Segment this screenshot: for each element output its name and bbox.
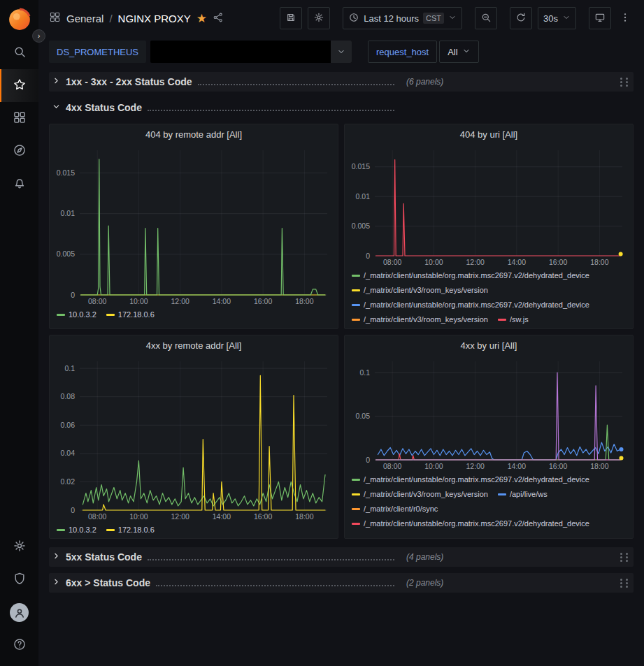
svg-text:16:00: 16:00 (549, 462, 567, 470)
svg-text:0.08: 0.08 (61, 392, 76, 400)
legend-item[interactable]: /_matrix/client/unstable/org.matrix.msc2… (352, 472, 589, 487)
dashboard-row-4xx[interactable]: 4xx Status Code (49, 98, 634, 117)
sidebar-item-starred[interactable] (0, 69, 38, 102)
variable-label-ds-prometheus[interactable]: DS_PROMETHEUS (49, 41, 146, 63)
grafana-logo-icon[interactable] (7, 7, 32, 32)
share-button[interactable] (213, 12, 224, 25)
cycle-view-button[interactable] (589, 7, 611, 29)
sidebar-item-alerting[interactable] (0, 168, 38, 201)
panel-title[interactable]: 404 by remote addr [All] (50, 124, 338, 144)
variable-label-request-host[interactable]: request_host (368, 41, 437, 63)
save-dashboard-button[interactable] (280, 7, 302, 29)
row-drag-handle[interactable] (620, 76, 629, 87)
svg-text:0.1: 0.1 (64, 364, 75, 372)
legend-label: /_matrix/client/v3/room_keys/version (364, 312, 488, 327)
legend-item[interactable]: /_matrix/client/r0/sync (352, 502, 438, 516)
chevron-down-icon (462, 47, 471, 57)
chart-404-by-remote-addr[interactable]: 08:0010:0012:0014:0016:0018:0000.0050.01… (50, 144, 337, 306)
svg-text:0: 0 (366, 456, 370, 464)
gear-icon (13, 539, 27, 556)
panel-title[interactable]: 4xx by remote addr [All] (50, 335, 338, 355)
svg-text:12:00: 12:00 (171, 297, 189, 305)
legend-swatch-icon (106, 529, 115, 531)
legend-item[interactable]: 172.18.0.6 (106, 523, 155, 537)
svg-text:0.015: 0.015 (57, 168, 75, 177)
row-drag-handle[interactable] (620, 577, 629, 588)
legend-item[interactable]: /_matrix/client/unstable/org.matrix.msc2… (352, 268, 589, 283)
breadcrumb-folder[interactable]: General (66, 13, 103, 24)
kebab-menu-button[interactable] (617, 7, 634, 29)
refresh-button[interactable] (510, 7, 532, 29)
sidebar-item-explore[interactable] (0, 135, 38, 168)
svg-text:08:00: 08:00 (383, 258, 401, 266)
legend-item[interactable]: /_matrix/client/unstable/org.matrix.msc2… (352, 298, 589, 312)
template-variables-row: DS_PROMETHEUS request_host All (38, 36, 644, 67)
svg-text:0.005: 0.005 (57, 249, 75, 258)
dashboard-row-5xx[interactable]: 5xx Status Code (4 panels) (49, 547, 634, 567)
legend-label: 10.0.3.2 (69, 523, 96, 537)
zoom-out-button[interactable] (475, 7, 497, 29)
svg-text:0.1: 0.1 (359, 368, 370, 377)
legend-item[interactable]: 172.18.0.6 (106, 307, 155, 322)
dashboard-body: 1xx - 3xx - 2xx Status Code (6 panels) 4… (38, 67, 644, 666)
sidebar-item-search[interactable] (0, 36, 38, 69)
sidebar-item-configuration[interactable] (0, 530, 38, 563)
legend-label: 10.0.3.2 (69, 307, 96, 322)
request-host-value: All (448, 47, 457, 57)
breadcrumb: General / NGINX PROXY ★ (49, 11, 224, 25)
svg-text:12:00: 12:00 (171, 512, 189, 521)
refresh-interval-label: 30s (543, 13, 558, 24)
row-title: 1xx - 3xx - 2xx Status Code (66, 76, 192, 87)
variable-value-ds-prometheus[interactable] (150, 41, 352, 63)
legend-swatch-icon (57, 529, 65, 531)
sidebar-item-server-admin[interactable] (0, 563, 38, 596)
chart-4xx-by-uri[interactable]: 08:0010:0012:0014:0016:0018:0000.050.1 (345, 355, 632, 471)
legend-item[interactable]: 10.0.3.2 (57, 523, 96, 537)
dashboard-row-6xx[interactable]: 6xx > Status Code (2 panels) (49, 573, 634, 593)
monitor-icon (594, 12, 606, 25)
legend-swatch-icon (498, 493, 506, 495)
panel-title[interactable]: 4xx by uri [All] (345, 335, 633, 355)
help-icon (13, 637, 27, 654)
svg-text:0.01: 0.01 (356, 192, 371, 201)
svg-text:10:00: 10:00 (424, 462, 443, 470)
legend-item[interactable]: 10.0.3.2 (57, 307, 96, 322)
row-dotted-leader (198, 84, 394, 85)
legend-item[interactable]: /api/live/ws (498, 487, 548, 502)
legend-item[interactable]: /_matrix/client/unstable/org.matrix.msc2… (352, 516, 589, 531)
chart-404-by-uri[interactable]: 08:0010:0012:0014:0016:0018:0000.0050.01… (345, 144, 632, 267)
legend-item[interactable]: /_matrix/client/v3/room_keys/version (352, 283, 488, 298)
legend-label: /_matrix/client/unstable/org.matrix.msc2… (364, 472, 589, 487)
save-icon (285, 12, 296, 25)
legend-item[interactable]: /_matrix/client/v3/room_keys/version (352, 487, 488, 502)
panel-title[interactable]: 404 by uri [All] (345, 124, 633, 144)
svg-text:08:00: 08:00 (88, 512, 106, 521)
row-dotted-leader (156, 585, 394, 586)
sidebar-item-help[interactable] (0, 629, 38, 662)
legend-item[interactable]: /_matrix/client/v3/room_keys/version (352, 312, 488, 327)
svg-text:12:00: 12:00 (466, 462, 485, 470)
refresh-interval-select[interactable]: 30s (538, 7, 576, 29)
time-range-picker[interactable]: Last 12 hours CST (343, 7, 462, 29)
svg-text:0.06: 0.06 (61, 421, 76, 429)
svg-text:08:00: 08:00 (383, 462, 401, 470)
legend-item[interactable]: /sw.js (498, 312, 529, 327)
dashboard-title[interactable]: NGINX PROXY (118, 13, 191, 24)
row-title: 4xx Status Code (66, 102, 142, 113)
svg-text:0.05: 0.05 (356, 412, 371, 420)
expand-sidebar-button[interactable]: › (32, 29, 45, 43)
apps-icon[interactable] (49, 11, 61, 25)
sidebar-item-dashboards[interactable] (0, 102, 38, 135)
dashboard-row-1xx-3xx-2xx[interactable]: 1xx - 3xx - 2xx Status Code (6 panels) (49, 72, 634, 92)
legend-swatch-icon (352, 289, 360, 291)
variable-value-request-host[interactable]: All (439, 41, 478, 63)
row-drag-handle[interactable] (620, 551, 629, 563)
grid-icon (13, 110, 27, 127)
dashboard-settings-button[interactable] (308, 7, 330, 29)
chart-4xx-by-remote-addr[interactable]: 08:0010:0012:0014:0016:0018:0000.020.040… (50, 355, 337, 521)
panel-legend: 10.0.3.2172.18.0.6 (50, 521, 338, 538)
star-dashboard-button[interactable]: ★ (196, 13, 207, 24)
row-dotted-leader (148, 559, 394, 560)
svg-text:14:00: 14:00 (213, 297, 231, 305)
sidebar-item-profile[interactable] (0, 596, 38, 629)
